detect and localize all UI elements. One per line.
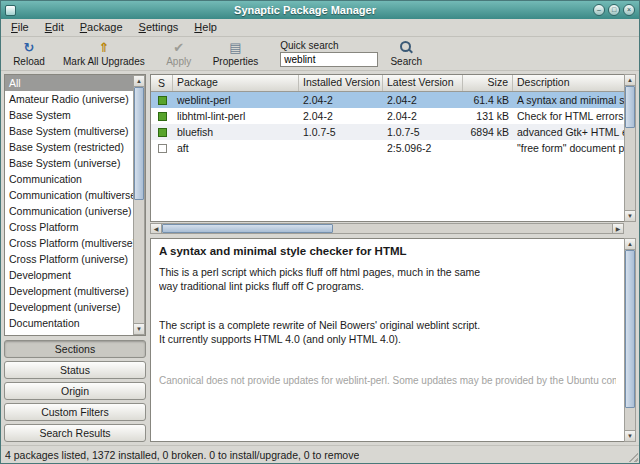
details-text-line: It currently supports HTML 4.0 (and only…: [159, 333, 616, 347]
menu-item[interactable]: File: [3, 19, 37, 36]
window-title: Synaptic Package Manager: [20, 4, 590, 16]
package-status-checkbox[interactable]: [158, 144, 167, 153]
menu-item[interactable]: Package: [72, 19, 131, 36]
category-list: All Amateur Radio (universe) Base System…: [4, 74, 146, 336]
toolbar-button-label: Mark All Upgrades: [63, 56, 145, 67]
filter-buttons: Sections Status Origin Custom Filters Se…: [4, 340, 146, 442]
category-item[interactable]: Base System: [5, 107, 133, 123]
category-item[interactable]: Development (universe): [5, 299, 133, 315]
menu-item[interactable]: Settings: [131, 19, 187, 36]
toolbar-button[interactable]: Properties: [207, 38, 265, 69]
column-header-status[interactable]: S: [151, 75, 173, 91]
scrollbar-thumb[interactable]: [162, 224, 333, 233]
search-button[interactable]: Search: [384, 38, 428, 69]
column-header-size[interactable]: Size: [463, 75, 513, 91]
package-status-checkbox[interactable]: [158, 96, 167, 105]
toolbar-button[interactable]: Apply: [157, 38, 201, 69]
column-header-installed[interactable]: Installed Version: [299, 75, 383, 91]
category-item[interactable]: Documentation (multiverse): [5, 331, 133, 335]
search-button-label: Search: [390, 56, 422, 67]
scrollbar-track[interactable]: [134, 87, 144, 323]
category-item[interactable]: Base System (restricted): [5, 139, 133, 155]
scroll-up-icon[interactable]: ▲: [625, 75, 635, 86]
details-note: Canonical does not provide updates for w…: [159, 375, 616, 386]
category-item[interactable]: Communication: [5, 171, 133, 187]
installed-version: 1.0.7-5: [299, 126, 383, 138]
scrollbar-thumb[interactable]: [134, 87, 144, 200]
scrollbar-track[interactable]: [162, 224, 612, 233]
quick-search-input[interactable]: [280, 52, 378, 67]
table-scrollbar[interactable]: ▲ ▼: [624, 74, 636, 222]
filter-view-button[interactable]: Custom Filters: [4, 403, 146, 421]
scrollbar-thumb[interactable]: [625, 250, 635, 408]
sidebar-scrollbar[interactable]: ▲ ▼: [133, 75, 145, 335]
menu-item[interactable]: Help: [186, 19, 225, 36]
column-header-latest[interactable]: Latest Version: [383, 75, 463, 91]
package-status-checkbox[interactable]: [158, 128, 167, 137]
column-header-package[interactable]: Package: [173, 75, 299, 91]
table-row[interactable]: bluefish 1.0.7-5 1.0.7-5 6894 kB advance…: [151, 124, 624, 140]
category-item[interactable]: Cross Platform (multiverse): [5, 235, 133, 251]
table-horizontal-scrollbar[interactable]: ◀ ▶: [150, 223, 624, 234]
maximize-button[interactable]: □: [608, 4, 620, 16]
category-item[interactable]: Development (multiverse): [5, 283, 133, 299]
resize-grip[interactable]: [626, 450, 638, 462]
scroll-up-icon[interactable]: ▲: [625, 239, 635, 250]
package-size: 61.4 kB: [463, 94, 513, 106]
scrollbar-thumb[interactable]: [625, 86, 635, 128]
package-name: aft: [173, 142, 299, 154]
toolbar-button-label: Reload: [13, 56, 45, 67]
category-item[interactable]: Base System (multiverse): [5, 123, 133, 139]
category-item[interactable]: Documentation: [5, 315, 133, 331]
table-row[interactable]: weblint-perl 2.04-2 2.04-2 61.4 kB A syn…: [151, 92, 624, 108]
scroll-down-icon[interactable]: ▼: [625, 430, 635, 441]
scroll-left-icon[interactable]: ◀: [151, 224, 162, 233]
scroll-up-icon[interactable]: ▲: [134, 76, 144, 87]
toolbar-button[interactable]: Mark All Upgrades: [57, 38, 151, 69]
column-header-description[interactable]: Description: [513, 75, 624, 91]
toolbar-button-label: Apply: [166, 56, 191, 67]
menu-item[interactable]: Edit: [37, 19, 72, 36]
category-item[interactable]: All: [5, 75, 133, 91]
minimize-button[interactable]: –: [593, 4, 605, 16]
details-pane: A syntax and minimal style checker for H…: [150, 238, 636, 442]
category-item[interactable]: Amateur Radio (universe): [5, 91, 133, 107]
toolbar-button-icon: [24, 40, 35, 55]
statusbar: 4 packages listed, 1372 installed, 0 bro…: [1, 445, 639, 463]
filter-view-button[interactable]: Status: [4, 361, 146, 379]
close-button[interactable]: ×: [623, 4, 635, 16]
filter-view-button[interactable]: Sections: [4, 340, 146, 358]
search-icon: [399, 40, 413, 55]
category-item[interactable]: Base System (universe): [5, 155, 133, 171]
toolbar-buttons: Reload Mark All Upgrades Apply Propertie…: [7, 38, 264, 69]
quick-search-label: Quick search: [280, 40, 378, 51]
package-description: "free form" document preparati: [513, 142, 624, 154]
toolbar-button[interactable]: Reload: [7, 38, 51, 69]
table-row[interactable]: libhtml-lint-perl 2.04-2 2.04-2 131 kB C…: [151, 108, 624, 124]
table-row[interactable]: aft 2:5.096-2 "free form" document prepa…: [151, 140, 624, 156]
category-item[interactable]: Development: [5, 267, 133, 283]
scroll-down-icon[interactable]: ▼: [134, 323, 144, 334]
filter-view-button[interactable]: Origin: [4, 382, 146, 400]
filter-view-button[interactable]: Search Results: [4, 424, 146, 442]
details-text-line: way traditional lint picks fluff off C p…: [159, 280, 616, 294]
installed-version: 2.04-2: [299, 94, 383, 106]
titlebar[interactable]: Synaptic Package Manager – □ ×: [1, 1, 639, 19]
category-item[interactable]: Cross Platform: [5, 219, 133, 235]
scrollbar-track[interactable]: [625, 250, 635, 430]
package-status-checkbox[interactable]: [158, 112, 167, 121]
latest-version: 2.04-2: [383, 94, 463, 106]
details-scrollbar[interactable]: ▲ ▼: [624, 238, 636, 442]
scrollbar-track[interactable]: [625, 86, 635, 210]
package-description: A syntax and minimal style che: [513, 94, 624, 106]
package-table-area: S Package Installed Version Latest Versi…: [150, 74, 636, 222]
category-item[interactable]: Communication (universe): [5, 203, 133, 219]
toolbar: Reload Mark All Upgrades Apply Propertie…: [1, 37, 639, 71]
scroll-right-icon[interactable]: ▶: [612, 224, 623, 233]
latest-version: 2.04-2: [383, 110, 463, 122]
category-item[interactable]: Communication (multiverse): [5, 187, 133, 203]
scroll-down-icon[interactable]: ▼: [625, 210, 635, 221]
status-text: 4 packages listed, 1372 installed, 0 bro…: [5, 449, 359, 461]
category-item[interactable]: Cross Platform (universe): [5, 251, 133, 267]
category-items: All Amateur Radio (universe) Base System…: [5, 75, 133, 335]
